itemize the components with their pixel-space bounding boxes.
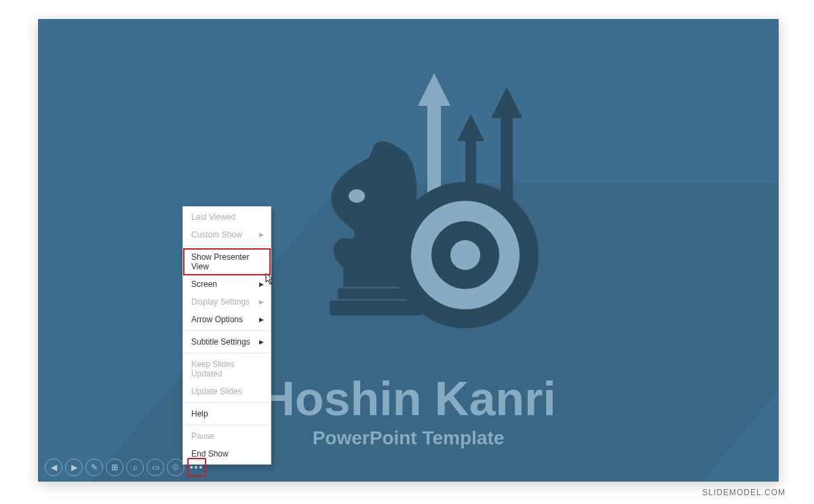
zoom-button[interactable]: ⌕ [126, 459, 144, 476]
menu-item-subtitle-settings[interactable]: Subtitle Settings ▶ [183, 333, 271, 351]
slideshow-toolbar: ◀ ▶ ✎ ⊞ ⌕ ▭ ⦾ ••• [45, 458, 206, 477]
menu-label: Custom Show [191, 230, 242, 239]
menu-item-display-settings[interactable]: Display Settings ▶ [183, 293, 271, 311]
menu-item-update-slides[interactable]: Update Slides [183, 383, 271, 400]
menu-label: Arrow Options [191, 315, 243, 324]
menu-label: Subtitle Settings [191, 337, 250, 347]
slideshow-context-menu: Last Viewed Custom Show ▶ Show Presenter… [182, 206, 271, 465]
magnifier-icon: ⌕ [133, 463, 138, 472]
menu-item-custom-show[interactable]: Custom Show ▶ [183, 226, 271, 244]
slide-title: Hoshin Kanri [38, 372, 779, 426]
menu-separator [184, 402, 270, 403]
menu-label: Help [191, 409, 208, 419]
watermark: SLIDEMODEL.COM [702, 488, 786, 497]
menu-label: Update Slides [191, 387, 242, 396]
subtitles-icon: ▭ [152, 463, 159, 472]
triangle-left-icon: ◀ [51, 463, 57, 472]
see-all-slides-button[interactable]: ⊞ [106, 459, 123, 476]
svg-point-6 [450, 240, 480, 270]
pen-tool-button[interactable]: ✎ [85, 459, 103, 476]
pen-icon: ✎ [91, 463, 98, 472]
menu-label: End Show [191, 449, 229, 459]
menu-item-keep-slides-updated[interactable]: Keep Slides Updated [183, 355, 271, 383]
menu-label: Pause [191, 431, 214, 441]
menu-separator [184, 425, 270, 425]
chevron-right-icon: ▶ [259, 231, 264, 238]
menu-item-help[interactable]: Help [183, 405, 271, 423]
menu-item-pause[interactable]: Pause [183, 427, 271, 445]
slide-canvas: Hoshin Kanri PowerPoint Template Last Vi… [38, 19, 779, 482]
menu-item-last-viewed[interactable]: Last Viewed [183, 208, 271, 226]
more-options-button[interactable]: ••• [187, 458, 206, 477]
prev-slide-button[interactable]: ◀ [45, 459, 62, 476]
subtitles-button[interactable]: ▭ [147, 459, 164, 476]
menu-item-show-presenter-view[interactable]: Show Presenter View [183, 248, 271, 275]
chevron-right-icon: ▶ [259, 281, 264, 288]
next-slide-button[interactable]: ▶ [65, 459, 83, 476]
grid-icon: ⊞ [111, 463, 118, 472]
menu-item-arrow-options[interactable]: Arrow Options ▶ [183, 311, 271, 328]
camera-icon: ⦾ [172, 463, 179, 472]
menu-separator [184, 330, 270, 331]
menu-label: Keep Slides Updated [191, 360, 264, 379]
menu-label: Last Viewed [191, 212, 235, 222]
menu-item-screen[interactable]: Screen ▶ [183, 275, 271, 293]
chevron-right-icon: ▶ [259, 298, 264, 305]
chevron-right-icon: ▶ [259, 338, 264, 345]
slideshow-frame: Hoshin Kanri PowerPoint Template Last Vi… [38, 19, 779, 482]
slide-subtitle: PowerPoint Template [38, 427, 779, 449]
triangle-right-icon: ▶ [71, 463, 77, 472]
chevron-right-icon: ▶ [259, 316, 264, 323]
ellipsis-icon: ••• [190, 462, 204, 473]
target-icon [391, 180, 540, 330]
svg-point-0 [349, 189, 365, 203]
menu-label: Display Settings [191, 297, 250, 307]
menu-separator [184, 353, 270, 353]
menu-label: Screen [191, 279, 217, 289]
menu-label: Show Presenter View [191, 252, 264, 271]
menu-separator [184, 246, 270, 246]
camera-button[interactable]: ⦾ [167, 459, 185, 476]
